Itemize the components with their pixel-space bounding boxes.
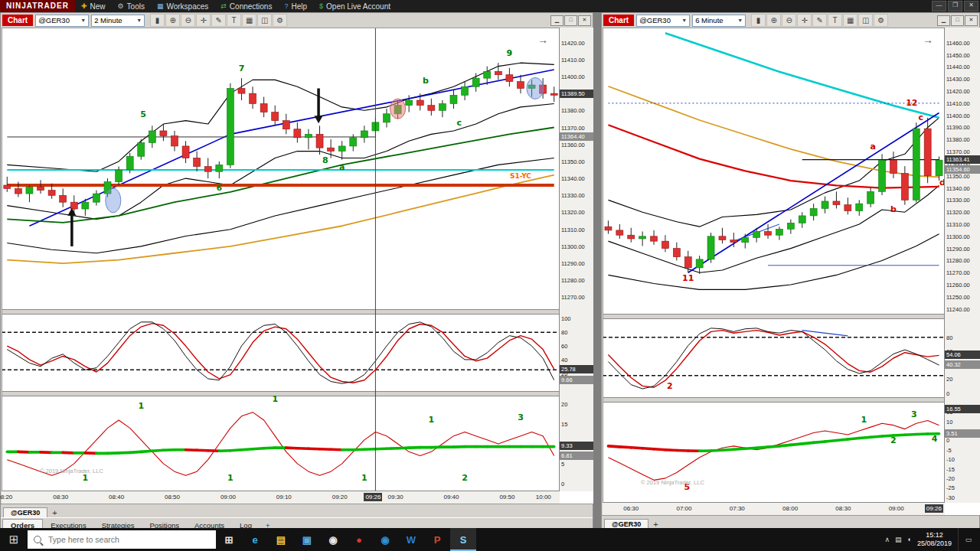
- time-tick: 09:00: [220, 494, 236, 500]
- plot-area[interactable]: 1112abcd212345 © 2019 NinjaTrader, LLC →: [603, 28, 945, 503]
- axis-tick: 11410.00: [561, 57, 585, 64]
- hidden-icons-tray[interactable]: ∧: [884, 536, 890, 543]
- maximize-button[interactable]: ❐: [948, 1, 962, 11]
- svg-text:12: 12: [906, 98, 917, 108]
- menu-open-live-account[interactable]: $Open Live Account: [313, 0, 397, 12]
- axis-tick: 11240.00: [946, 306, 970, 313]
- menu-connections[interactable]: ⇄Connections: [214, 0, 278, 12]
- text-tool-icon[interactable]: T: [828, 14, 842, 27]
- chart-tab-label[interactable]: Chart: [603, 15, 634, 26]
- restore-button[interactable]: □: [564, 15, 577, 26]
- crosshair-icon[interactable]: ✛: [196, 14, 211, 27]
- svg-text:3: 3: [911, 409, 917, 419]
- text-tool-icon[interactable]: T: [227, 14, 241, 27]
- taskbar-search-input[interactable]: [47, 534, 188, 545]
- time-tick: 09:10: [276, 494, 292, 500]
- grid-icon[interactable]: ▦: [843, 14, 858, 27]
- draw-icon[interactable]: ✎: [211, 14, 226, 27]
- crosshair-icon[interactable]: ✛: [797, 14, 812, 27]
- task-view-icon-glyph: ⊞: [225, 534, 234, 546]
- axis-tick: 11360.00: [561, 142, 585, 148]
- interval-value: 6 Minute: [695, 15, 723, 25]
- zoom-in-icon[interactable]: ⊕: [165, 14, 180, 27]
- app-red-icon[interactable]: ●: [346, 528, 372, 551]
- zoom-out-icon[interactable]: ⊖: [782, 14, 796, 27]
- compare-icon[interactable]: ◫: [858, 14, 873, 27]
- menu-new[interactable]: ✚New: [75, 0, 112, 12]
- ninjatrader-app-icon[interactable]: S: [450, 528, 476, 551]
- scroll-to-latest-arrow[interactable]: →: [923, 34, 933, 46]
- menu-help[interactable]: ?Help: [278, 0, 313, 12]
- close-button[interactable]: ✕: [578, 15, 591, 26]
- instrument-value: @GER30: [639, 15, 671, 25]
- time-tick: 08:50: [165, 494, 180, 500]
- taskbar-apps: ⊞e▤▣◉●◉WPS: [216, 528, 476, 551]
- time-tick: 08:00: [782, 505, 798, 512]
- taskbar-search[interactable]: [28, 530, 216, 549]
- instrument-dropdown[interactable]: @GER30▼: [636, 15, 690, 27]
- copyright: © 2019 NinjaTrader, LLC: [641, 479, 704, 486]
- instrument-tab-row: @GER30 +: [1, 504, 593, 517]
- svg-text:c: c: [918, 112, 923, 122]
- store-icon[interactable]: ▣: [294, 528, 320, 551]
- zoom-in-icon[interactable]: ⊕: [766, 14, 781, 27]
- instrument-tab[interactable]: @GER30: [3, 507, 47, 517]
- new-icon: ✚: [81, 2, 87, 10]
- volume-tray-icon[interactable]: ◖: [907, 536, 911, 543]
- svg-text:9: 9: [507, 48, 513, 58]
- settings-icon[interactable]: ⚙: [273, 14, 287, 27]
- chart-tab-label[interactable]: Chart: [2, 15, 33, 26]
- draw-icon[interactable]: ✎: [812, 14, 827, 27]
- price-badge: 40.32: [945, 360, 980, 369]
- time-tick: 08:30: [53, 494, 68, 500]
- svg-text:1: 1: [138, 401, 144, 411]
- taskbar-clock[interactable]: 15:12 25/08/2019: [917, 531, 952, 548]
- chart-plot-left[interactable]: 5678abc9S1-YC11131112 © 2019 NinjaTrader…: [2, 28, 593, 504]
- minimize-button[interactable]: —: [932, 1, 946, 11]
- add-tab-button[interactable]: +: [47, 508, 61, 517]
- menu-label: Connections: [230, 2, 273, 11]
- instrument-dropdown[interactable]: @GER30▼: [35, 15, 89, 27]
- minimize-button[interactable]: ▁: [937, 15, 950, 26]
- price-badge: 3.51: [945, 429, 980, 438]
- chrome-icon[interactable]: ◉: [320, 528, 346, 551]
- menu-workspaces[interactable]: ▦Workspaces: [151, 0, 214, 12]
- compare-icon[interactable]: ◫: [257, 14, 272, 27]
- chart-style-icon[interactable]: ▮: [751, 14, 766, 27]
- time-tick: 06:30: [623, 505, 639, 512]
- minimize-button[interactable]: ▁: [550, 15, 564, 26]
- axis-tick: 20: [561, 401, 567, 408]
- zoom-out-icon[interactable]: ⊖: [181, 14, 195, 27]
- camera-icon[interactable]: ◉: [372, 528, 398, 551]
- store-icon-glyph: ▣: [302, 534, 312, 546]
- start-button[interactable]: ⊞: [0, 533, 28, 546]
- price-badge: 25.78: [560, 365, 593, 373]
- powerpoint-icon[interactable]: P: [424, 528, 450, 551]
- workspaces-icon: ▦: [157, 2, 164, 10]
- time-tick: 08:20: [0, 494, 12, 500]
- edge-icon[interactable]: e: [242, 528, 268, 551]
- restore-button[interactable]: □: [951, 15, 964, 26]
- chart-style-icon[interactable]: ▮: [150, 14, 165, 27]
- close-button[interactable]: ✕: [965, 15, 978, 26]
- axis-tick: 11300.00: [946, 233, 970, 240]
- chart-plot-right[interactable]: 1112abcd212345 © 2019 NinjaTrader, LLC →…: [603, 28, 980, 515]
- axis-tick: 15: [561, 421, 567, 428]
- price-badge: 11389.50: [560, 90, 593, 98]
- file-explorer-icon[interactable]: ▤: [268, 528, 294, 551]
- plot-area[interactable]: 5678abc9S1-YC11131112 © 2019 NinjaTrader…: [2, 28, 560, 491]
- notification-icon[interactable]: ▭: [958, 528, 978, 551]
- system-tray: ∧▤◖ 15:12 25/08/2019 ▭: [884, 528, 980, 551]
- network-tray-icon[interactable]: ▤: [895, 536, 902, 543]
- interval-dropdown[interactable]: 6 Minute▼: [692, 15, 746, 27]
- interval-dropdown[interactable]: 2 Minute▼: [91, 15, 145, 27]
- svg-text:b: b: [890, 204, 897, 214]
- close-button[interactable]: ✕: [964, 1, 978, 11]
- menu-tools[interactable]: ⚙Tools: [112, 0, 151, 12]
- svg-text:11: 11: [682, 273, 694, 283]
- scroll-to-latest-arrow[interactable]: →: [537, 34, 548, 46]
- task-view-icon[interactable]: ⊞: [216, 528, 242, 551]
- word-icon[interactable]: W: [398, 528, 424, 551]
- settings-icon[interactable]: ⚙: [874, 14, 888, 27]
- grid-icon[interactable]: ▦: [242, 14, 256, 27]
